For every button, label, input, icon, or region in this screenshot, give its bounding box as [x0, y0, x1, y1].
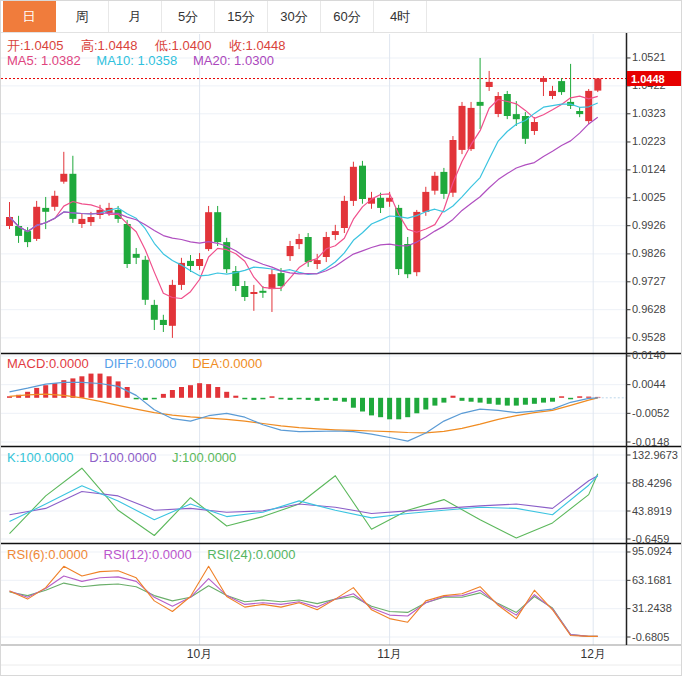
axis-labels-layer: 1.05211.04221.03231.02231.01241.00250.99… [626, 51, 678, 642]
j-value: J:100.0000 [172, 450, 236, 465]
rsi24-value: RSI(24):0.0000 [207, 547, 295, 562]
tab-4hour[interactable]: 4时 [374, 1, 427, 32]
svg-text:0.9826: 0.9826 [632, 247, 666, 259]
ma-readout: MA5: 1.0382 MA10: 1.0358 MA20: 1.0300 [7, 53, 286, 68]
low-value: 低:1.0400 [155, 38, 211, 53]
diff-value: DIFF:0.0000 [104, 356, 176, 371]
tab-daily[interactable]: 日 [3, 1, 56, 32]
dea-value: DEA:0.0000 [192, 356, 262, 371]
svg-text:95.0924: 95.0924 [632, 545, 672, 557]
svg-text:1.0448: 1.0448 [631, 73, 665, 85]
d-value: D:100.0000 [89, 450, 156, 465]
timeframe-tabbar: 日 周 月 5分 15分 30分 60分 4时 [1, 1, 681, 33]
svg-text:0.9628: 0.9628 [632, 303, 666, 315]
svg-text:12月: 12月 [581, 647, 606, 661]
ma20-value: MA20: 1.0300 [193, 53, 274, 68]
rsi-readout: RSI(6):0.0000 RSI(12):0.0000 RSI(24):0.0… [7, 547, 308, 562]
svg-text:0.9926: 0.9926 [632, 219, 666, 231]
macd-readout: MACD:0.0000 DIFF:0.0000 DEA:0.0000 [7, 356, 274, 371]
k-value: K:100.0000 [7, 450, 74, 465]
svg-text:43.8919: 43.8919 [632, 505, 672, 517]
close-value: 收:1.0448 [229, 38, 285, 53]
svg-text:1.0025: 1.0025 [632, 191, 666, 203]
svg-text:0.9727: 0.9727 [632, 275, 666, 287]
rsi-layer [10, 566, 598, 636]
month-labels-layer: 10月11月12月 [187, 647, 606, 661]
svg-text:1.0323: 1.0323 [632, 107, 666, 119]
svg-text:-0.6459: -0.6459 [632, 533, 669, 545]
macd-layer [7, 374, 626, 442]
svg-text:10月: 10月 [187, 647, 212, 661]
tab-monthly[interactable]: 月 [109, 1, 162, 32]
macd-value: MACD:0.0000 [7, 356, 89, 371]
ma5-value: MA5: 1.0382 [7, 53, 81, 68]
tab-5min[interactable]: 5分 [162, 1, 215, 32]
svg-text:88.4296: 88.4296 [632, 477, 672, 489]
kdj-layer [10, 468, 598, 538]
kdj-readout: K:100.0000 D:100.0000 J:100.0000 [7, 450, 248, 465]
svg-text:1.0124: 1.0124 [632, 163, 666, 175]
rsi6-value: RSI(6):0.0000 [7, 547, 88, 562]
svg-text:0.9528: 0.9528 [632, 331, 666, 343]
svg-text:0.0140: 0.0140 [632, 349, 666, 361]
kline-chart-app: 日 周 月 5分 15分 30分 60分 4时 1.05211.04221.03… [0, 0, 682, 676]
chart-canvas[interactable]: 1.05211.04221.03231.02231.01241.00250.99… [1, 1, 682, 676]
svg-text:1.0223: 1.0223 [632, 135, 666, 147]
high-value: 高:1.0448 [81, 38, 137, 53]
ma10-value: MA10: 1.0358 [96, 53, 177, 68]
svg-text:63.1681: 63.1681 [632, 574, 672, 586]
rsi12-value: RSI(12):0.0000 [104, 547, 192, 562]
axis-frame-layer [1, 32, 682, 665]
svg-text:11月: 11月 [377, 647, 401, 661]
last-price-badge: 1.0448 [627, 71, 682, 86]
svg-text:-0.6805: -0.6805 [632, 631, 669, 643]
svg-text:0.0044: 0.0044 [632, 378, 666, 390]
svg-text:-0.0052: -0.0052 [632, 407, 669, 419]
svg-text:132.9673: 132.9673 [632, 449, 678, 461]
svg-text:-0.0148: -0.0148 [632, 436, 669, 448]
svg-text:31.2438: 31.2438 [632, 602, 672, 614]
tab-15min[interactable]: 15分 [215, 1, 268, 32]
tab-60min[interactable]: 60分 [321, 1, 374, 32]
tab-weekly[interactable]: 周 [56, 1, 109, 32]
tab-30min[interactable]: 30分 [268, 1, 321, 32]
svg-text:1.0521: 1.0521 [632, 51, 666, 63]
open-value: 开:1.0405 [7, 38, 63, 53]
